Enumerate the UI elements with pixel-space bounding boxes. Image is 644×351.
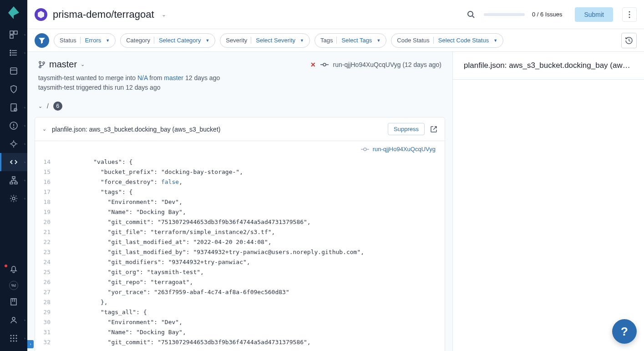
code-line: 27 "yor_trace": "263f7959-abaf-4c74-af8a… xyxy=(35,287,445,297)
code-line: 29 "tags_all": { xyxy=(35,307,445,317)
merge-source-link[interactable]: master xyxy=(164,74,183,81)
issue-collapse-button[interactable]: ⌄ xyxy=(42,126,46,132)
chevron-down-icon[interactable]: ▼ xyxy=(205,38,213,43)
submit-button[interactable]: Submit xyxy=(575,7,613,22)
issue-count-badge: 6 xyxy=(53,102,62,111)
filter-severity-value[interactable]: Select Severity xyxy=(254,37,297,44)
branch-dropdown-caret[interactable]: ⌄ xyxy=(81,61,85,67)
svg-point-16 xyxy=(12,142,15,146)
repo-name[interactable]: prisma-demo/terragoat xyxy=(53,9,154,20)
path-separator: / xyxy=(47,102,49,110)
svg-point-15 xyxy=(14,127,14,128)
sidebar-item-inventory[interactable] xyxy=(0,62,27,80)
code-line: 31 "Name": "Docking Bay", xyxy=(35,327,445,337)
filter-category-value[interactable]: Select Category xyxy=(157,37,203,44)
svg-point-46 xyxy=(629,16,630,18)
svg-point-44 xyxy=(629,11,630,12)
sidebar-item-alerts[interactable]: › xyxy=(0,117,27,135)
search-button[interactable] xyxy=(464,7,478,22)
code-line: 26 "git_repo": "terragoat", xyxy=(35,277,445,287)
svg-rect-9 xyxy=(10,68,17,74)
code-line: 32 "git_commit": "7513072944653db3f9b36f… xyxy=(35,337,445,347)
commit-icon xyxy=(361,147,369,152)
sidebar-item-compliance[interactable]: › xyxy=(0,98,27,117)
sidebar-item-notifications[interactable] xyxy=(0,260,27,278)
code-line: 18 "Environment": "Dev", xyxy=(35,197,445,207)
sidebar-expand-button[interactable]: › xyxy=(27,340,34,348)
filter-status-value[interactable]: Errors xyxy=(83,37,103,44)
help-button[interactable]: ? xyxy=(612,319,637,344)
repo-dropdown-caret[interactable]: ⌄ xyxy=(162,11,166,18)
code-line: 23 "git_last_modified_by": "93744932+try… xyxy=(35,247,445,257)
app-logo[interactable] xyxy=(0,0,27,25)
svg-rect-1 xyxy=(14,31,17,34)
svg-point-33 xyxy=(10,335,12,336)
issue-title[interactable]: planfile.json: aws_s3_bucket.docking_bay… xyxy=(52,126,220,133)
notification-dot-icon xyxy=(5,265,7,267)
filter-tags: Tags Select Tags ▼ xyxy=(314,33,386,48)
results-pane: master ⌄ ✕ run-qjjHo94XuQcqUVyg (12 days… xyxy=(27,52,453,351)
suppress-button[interactable]: Suppress xyxy=(388,123,425,135)
issue-card: ⌄ planfile.json: aws_s3_bucket.docking_b… xyxy=(35,117,445,351)
branch-name[interactable]: master xyxy=(49,59,77,70)
filter-tags-value[interactable]: Select Tags xyxy=(340,37,374,44)
svg-point-42 xyxy=(468,11,473,16)
filter-codestatus-label: Code Status xyxy=(397,37,434,44)
code-line: 15 "bucket_prefix": "docking-bay-storage… xyxy=(35,167,445,177)
svg-rect-22 xyxy=(10,182,13,184)
merge-target-link[interactable]: N/A xyxy=(137,74,148,81)
close-run-button[interactable]: ✕ xyxy=(310,61,316,68)
issues-progress-bar xyxy=(484,13,525,16)
filter-code-status: Code Status Select Code Status ▼ xyxy=(391,33,503,48)
svg-point-28 xyxy=(12,197,15,200)
filter-category-label: Category xyxy=(126,37,154,44)
chevron-down-icon[interactable]: ▼ xyxy=(376,38,384,43)
filter-tags-label: Tags xyxy=(320,37,337,44)
code-line: 19 "Name": "Docking Bay", xyxy=(35,207,445,217)
sidebar-item-vuln[interactable]: › xyxy=(0,135,27,153)
svg-point-6 xyxy=(10,50,11,51)
history-button[interactable] xyxy=(621,33,637,48)
filter-toggle-button[interactable] xyxy=(35,33,49,48)
code-line: 28 }, xyxy=(35,297,445,307)
svg-point-53 xyxy=(364,148,366,151)
run-id-text: run-qjjHo94XuQcqUVyg (12 days ago) xyxy=(333,61,441,68)
sidebar-item-dashboard[interactable]: › xyxy=(0,25,27,44)
svg-line-43 xyxy=(472,16,474,18)
svg-rect-2 xyxy=(10,35,13,38)
chevron-down-icon[interactable]: ▼ xyxy=(300,38,308,43)
svg-point-39 xyxy=(10,341,12,342)
sidebar-item-settings[interactable]: › xyxy=(0,189,27,208)
sidebar-item-apps[interactable]: › xyxy=(0,329,27,347)
sidebar-item-code[interactable]: › xyxy=(0,153,27,171)
filter-category: Category Select Category ▼ xyxy=(120,33,215,48)
external-link-button[interactable] xyxy=(430,126,437,133)
sidebar-percent-badge[interactable]: %! xyxy=(9,281,18,290)
filter-status: Status Errors ▼ xyxy=(54,33,116,48)
filter-codestatus-value[interactable]: Select Code Status xyxy=(436,37,491,44)
more-menu-button[interactable] xyxy=(622,7,637,22)
sidebar-item-list[interactable]: › xyxy=(0,44,27,62)
svg-point-8 xyxy=(10,55,11,56)
sidebar-item-profile[interactable]: › xyxy=(0,311,27,329)
chevron-down-icon[interactable]: ▼ xyxy=(106,38,113,43)
code-line: 22 "git_last_modified_at": "2022-04-20 2… xyxy=(35,237,445,247)
svg-point-47 xyxy=(39,61,41,63)
path-row: ⌄ / 6 xyxy=(27,98,452,117)
sidebar-item-shield[interactable] xyxy=(0,80,27,98)
code-line: 20 "git_commit": "7513072944653db3f9b36f… xyxy=(35,217,445,227)
svg-point-36 xyxy=(10,338,12,339)
code-line: 17 "tags": { xyxy=(35,187,445,197)
run-link[interactable]: run-qjjHo94XuQcqUVyg xyxy=(373,146,436,153)
sidebar-item-bookmark[interactable] xyxy=(0,293,27,311)
collapse-all-button[interactable]: ⌄ xyxy=(38,103,42,109)
sidebar-item-network[interactable]: › xyxy=(0,171,27,189)
code-line: 14 "values": { xyxy=(35,157,445,167)
svg-rect-29 xyxy=(11,299,16,305)
merge-info: taysmith-test wanted to merge into N/A f… xyxy=(38,73,441,92)
detail-pane: planfile.json: aws_s3_bucket.docking_bay… xyxy=(453,52,644,351)
svg-point-45 xyxy=(629,14,630,15)
filter-severity-label: Severity xyxy=(226,37,251,44)
filter-status-label: Status xyxy=(60,37,81,44)
chevron-down-icon[interactable]: ▼ xyxy=(493,38,501,43)
